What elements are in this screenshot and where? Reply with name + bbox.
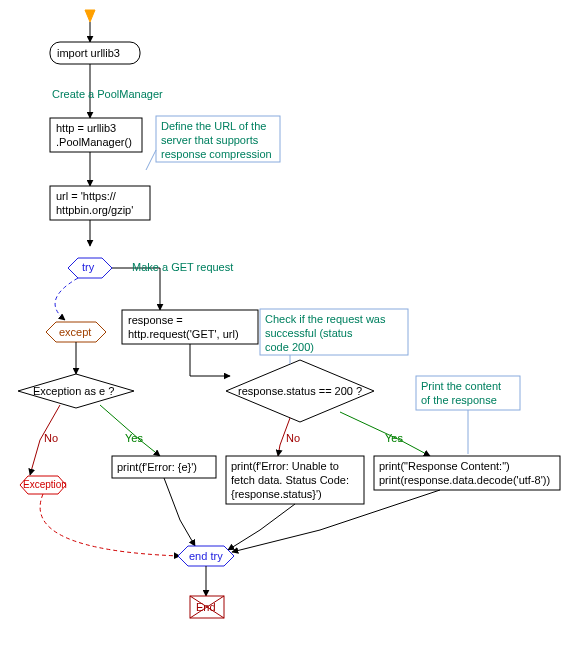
exception-node <box>20 476 66 494</box>
end-node <box>190 596 224 618</box>
endtry-node <box>178 546 234 566</box>
status200-node <box>226 360 374 422</box>
start-node <box>85 10 95 22</box>
print-fail-node <box>226 456 364 504</box>
annot-url-box <box>156 116 280 162</box>
print-err-node <box>112 456 216 478</box>
annot-check-box <box>260 309 408 355</box>
request-node <box>122 310 258 344</box>
svg-line-9 <box>146 150 156 170</box>
print-ok-node <box>374 456 560 490</box>
flowchart-canvas <box>0 0 566 646</box>
poolmanager-node <box>50 118 142 152</box>
annot-print-box <box>416 376 520 410</box>
except-node <box>46 322 106 342</box>
exc-as-e-node <box>18 374 134 408</box>
try-node <box>68 258 112 278</box>
import-node <box>50 42 140 64</box>
url-node <box>50 186 150 220</box>
